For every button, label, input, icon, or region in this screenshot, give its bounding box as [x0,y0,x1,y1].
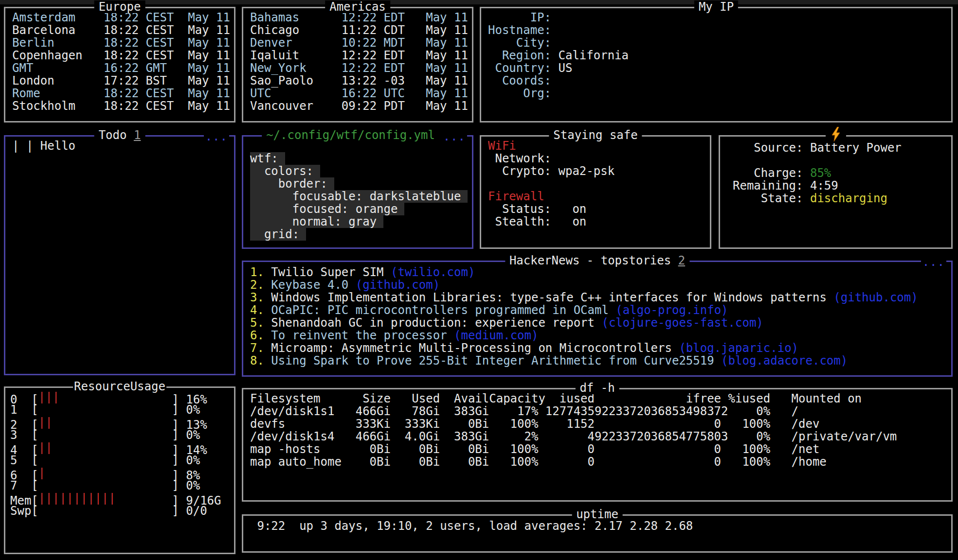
ip-row: City: [488,36,944,49]
config-line: grid: [250,228,465,241]
panel-staying-safe: Staying safe WiFi Network: Crypto: wpa2-… [480,135,711,249]
cpu-gauge: 7[] 0% [10,479,227,492]
panel-title-resource-usage: ResourceUsage [73,380,166,393]
clock-row: UTC16:22UTCMay 11 [250,87,465,100]
memory-gauge: Mem[|||||||||||] 9/16G [10,492,227,505]
firewall-stealth: Stealth: on [488,215,703,228]
df-row: /dev/disk1s1466Gi78Gi383Gi17%12774359223… [250,405,944,418]
clock-row: Barcelona18:22CESTMay 11 [12,24,227,36]
clock-row: Stockholm18:22CESTMay 11 [12,100,227,112]
clock-row: Chicago11:22CDTMay 11 [250,24,465,36]
df-row: /dev/disk1s4466Gi4.0Gi383Gi2%49223372036… [250,430,944,443]
wifi-crypto: Crypto: wpa2-psk [488,165,703,177]
cpu-gauge: 3[] 0% [10,429,227,441]
df-row: map auto_home0Bi0Bi0Bi100%00100%/home [250,455,944,468]
clock-row: Copenhagen18:22CESTMay 11 [12,49,227,62]
wifi-network: Network: [488,152,703,165]
ip-row: Coords: [488,74,944,87]
config-line: normal: gray [250,215,465,228]
panel-resource-usage: ResourceUsage 0[|||] 16% 1[] 0% 2[||] 13… [4,386,235,554]
panel-title-todo: Todo 1 [94,129,145,141]
panel-title-hackernews: HackerNews - topstories 2 [505,254,689,267]
hn-story[interactable]: 6.To reinvent the processor (medium.com) [250,329,944,342]
todo-page-number: 1 [134,128,141,142]
clock-row: New_York12:22EDTMay 11 [250,62,465,74]
hn-story[interactable]: 4.OCaPIC: PIC microcontrollers programme… [250,304,944,316]
config-line: focused: orange [250,203,465,215]
hackernews-page-number: 2 [678,254,685,267]
cpu-gauge: 1[] 0% [10,403,227,416]
clock-row: Denver10:22MDTMay 11 [250,36,465,49]
swap-gauge: Swp[] 0/0 [10,505,227,517]
lightning-bolt-icon [826,127,846,141]
panel-clocks-americas: Americas Bahamas12:22EDTMay 11 Chicago11… [242,7,473,122]
cpu-gauge: 4[||] 14% [10,441,227,454]
panel-todo[interactable]: Todo 1 ... | | Hello [4,135,235,375]
hn-story[interactable]: 5.Shenandoah GC in production: experienc… [250,316,944,329]
df-row: devfs333Ki333Ki0Bi100%11520100%/dev [250,418,944,430]
cpu-gauge: 5[] 0% [10,454,227,467]
panel-my-ip: My IP IP: Hostname: City: Region: Califo… [480,7,953,122]
panel-clocks-europe: Europe Amsterdam18:22CESTMay 11 Barcelon… [4,7,235,122]
panel-battery: Source: Battery Power Charge: 85% Remain… [719,135,953,249]
clock-row: Sao_Paolo13:22-03May 11 [250,74,465,87]
battery-remaining-row: Remaining: 4:59 [733,179,944,192]
clock-row: Berlin18:22CESTMay 11 [12,36,227,49]
hn-story[interactable]: 7.Microamp: Asymmetric Multi-Processing … [250,342,944,354]
battery-state-row: State: discharging [733,192,944,205]
clock-row: London17:22BSTMay 11 [12,74,227,87]
panel-uptime: uptime 9:22 up 3 days, 19:10, 2 users, l… [242,514,953,553]
more-indicator: ... [921,256,946,268]
panel-hackernews[interactable]: HackerNews - topstories 2 ... 1.Twilio S… [242,261,953,377]
uptime-text: 9:22 up 3 days, 19:10, 2 users, load ave… [250,520,944,532]
cpu-gauge: 6[|] 8% [10,467,227,479]
clock-row: Rome18:22CESTMay 11 [12,87,227,100]
more-indicator: ... [442,130,467,143]
panel-title-config: ~/.config/wtf/config.yml 3 [262,129,453,141]
panel-title-my-ip: My IP [694,0,738,13]
more-indicator: ... [204,130,229,143]
config-line: colors: [250,165,465,177]
cpu-gauge: 2[||] 13% [10,416,227,429]
ip-row: Country: US [488,62,944,74]
df-row: map -hosts0Bi0Bi0Bi100%00100%/net [250,443,944,455]
clock-row: Iqaluit12:22EDTMay 11 [250,49,465,62]
panel-title-staying-safe: Staying safe [549,129,642,141]
ip-row: Region: California [488,49,944,62]
hn-story[interactable]: 8.Using Spark to Prove 255-Bit Integer A… [250,354,944,367]
hn-story[interactable]: 2.Keybase 4.0 (github.com) [250,279,944,291]
panel-title-df: df -h [575,382,619,394]
battery-source-row: Source: Battery Power [733,141,944,154]
config-line: border: [250,177,465,190]
ip-row: Hostname: [488,24,944,36]
panel-title-americas: Americas [325,0,390,13]
firewall-status: Status: on [488,203,703,215]
firewall-heading: Firewall [488,190,703,203]
panel-title-uptime: uptime [572,508,623,521]
ip-row: Org: [488,87,944,100]
panel-df: df -h FilesystemSizeUsedAvailCapacityius… [242,388,953,502]
hn-story[interactable]: 1.Twilio Super SIM (twilio.com) [250,266,944,279]
clock-row: Vancouver09:22PDTMay 11 [250,100,465,112]
hn-story[interactable]: 3.Windows Implementation Libraries: type… [250,291,944,304]
config-line: wtf: [250,152,465,165]
clock-row: GMT16:22GMTMay 11 [12,62,227,74]
panel-title-europe: Europe [94,0,145,13]
battery-charge-row: Charge: 85% [733,167,944,179]
panel-config-yml[interactable]: ~/.config/wtf/config.yml 3 ... wtf: colo… [242,135,473,249]
config-line: focusable: darkslateblue [250,190,465,203]
